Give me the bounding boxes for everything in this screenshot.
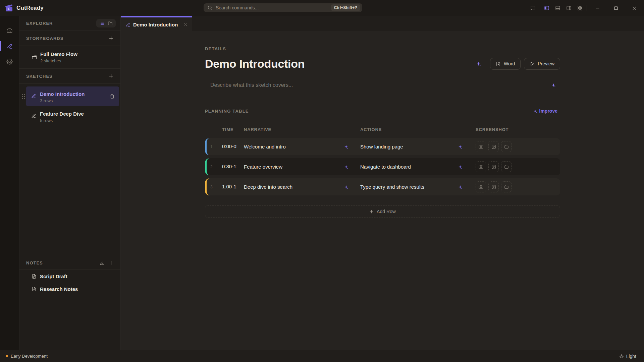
ai-sparkle-icon[interactable] bbox=[458, 145, 462, 149]
nav-home-button[interactable] bbox=[0, 24, 19, 37]
tab-label: Demo Introduction bbox=[133, 22, 183, 27]
actions-cell[interactable]: Show landing page bbox=[360, 144, 472, 149]
add-note-icon[interactable] bbox=[109, 260, 114, 265]
table-row[interactable]: 1 0:00-0:30 Welcome and intro Show landi… bbox=[205, 138, 560, 155]
add-sketch-icon[interactable] bbox=[109, 74, 114, 79]
camera-icon bbox=[479, 144, 483, 149]
export-word-button[interactable]: Word bbox=[490, 58, 521, 70]
command-search-input[interactable]: Search commands... Ctrl+Shift+P bbox=[204, 3, 362, 12]
word-button-label: Word bbox=[504, 61, 515, 66]
note-item-script-draft[interactable]: Script Draft bbox=[19, 270, 120, 283]
search-icon bbox=[207, 5, 213, 10]
tab-bar: Demo Introduction bbox=[121, 16, 644, 31]
import-note-icon[interactable] bbox=[100, 260, 105, 265]
time-cell[interactable]: 1:00-1:30 bbox=[222, 184, 244, 190]
narrative-cell[interactable]: Deep dive into search bbox=[244, 184, 360, 190]
main-area: Demo Introduction DETAILS Demo Introduct… bbox=[121, 16, 644, 350]
sketches-label: SKETCHES bbox=[26, 74, 109, 79]
preview-button-label: Preview bbox=[538, 61, 554, 66]
browse-files-button[interactable] bbox=[501, 141, 512, 152]
add-storyboard-icon[interactable] bbox=[109, 36, 114, 41]
drag-handle[interactable] bbox=[22, 94, 25, 99]
ai-sparkle-icon[interactable] bbox=[458, 185, 462, 189]
column-header-narrative: NARRATIVE bbox=[244, 127, 360, 132]
ai-sparkle-icon[interactable] bbox=[458, 165, 462, 169]
sketch-item-demo-introduction[interactable]: Demo Introduction 3 rows bbox=[26, 86, 119, 106]
status-dot bbox=[6, 355, 8, 357]
actions-cell[interactable]: Type query and show results bbox=[360, 184, 472, 190]
column-header-time: TIME bbox=[222, 127, 244, 132]
capture-screenshot-button[interactable] bbox=[476, 181, 486, 192]
sketch-title: Feature Deep Dive bbox=[40, 111, 84, 117]
ai-sparkle-icon[interactable] bbox=[344, 145, 348, 149]
ai-sparkle-icon[interactable] bbox=[551, 83, 555, 87]
maximize-button[interactable] bbox=[613, 6, 619, 11]
screenshot-cell bbox=[472, 181, 560, 192]
narrative-cell[interactable]: Welcome and intro bbox=[244, 144, 360, 149]
preview-button[interactable]: Preview bbox=[524, 58, 560, 70]
explorer-header: EXPLORER bbox=[19, 16, 120, 31]
panel-bottom-icon[interactable] bbox=[555, 5, 560, 11]
table-header-row: TIME NARRATIVE ACTIONS SCREENSHOT bbox=[205, 127, 560, 132]
tab-demo-introduction[interactable]: Demo Introduction bbox=[121, 16, 192, 32]
storyboard-title: Full Demo Flow bbox=[40, 51, 77, 57]
add-row-label: Add Row bbox=[377, 209, 396, 214]
app-title: CutReady bbox=[16, 5, 44, 11]
table-row[interactable]: 2 0:30-1:00 Feature overview Navigate to… bbox=[205, 158, 560, 175]
list-view-icon[interactable] bbox=[99, 21, 104, 26]
app-logo-icon bbox=[5, 4, 13, 12]
notes-label: NOTES bbox=[26, 260, 100, 265]
image-icon bbox=[491, 185, 496, 189]
add-row-button[interactable]: Add Row bbox=[205, 205, 560, 218]
description-field[interactable]: Describe what this sketch covers... bbox=[205, 82, 560, 88]
row-number: 3 bbox=[207, 185, 222, 189]
explorer-sidebar: EXPLORER STORYBOARDS Full Demo Flow 2 sk… bbox=[19, 16, 121, 350]
theme-toggle[interactable]: Light bbox=[619, 354, 636, 359]
browse-files-button[interactable] bbox=[501, 161, 512, 172]
pick-image-button[interactable] bbox=[488, 161, 499, 172]
column-header-actions: ACTIONS bbox=[360, 127, 472, 132]
time-cell[interactable]: 0:30-1:00 bbox=[222, 164, 244, 170]
ai-sparkle-icon[interactable] bbox=[476, 62, 481, 66]
pen-icon bbox=[6, 43, 13, 49]
time-cell[interactable]: 0:00-0:30 bbox=[222, 143, 244, 150]
titlebar-separator bbox=[587, 5, 587, 11]
title-bar: CutReady Search commands... Ctrl+Shift+P bbox=[0, 0, 644, 16]
narrative-cell[interactable]: Feature overview bbox=[244, 164, 360, 170]
ai-sparkle-icon[interactable] bbox=[344, 165, 348, 169]
capture-screenshot-button[interactable] bbox=[476, 141, 486, 152]
actions-cell[interactable]: Navigate to dashboard bbox=[360, 164, 472, 170]
feedback-icon[interactable] bbox=[530, 5, 536, 11]
ai-sparkle-icon[interactable] bbox=[344, 185, 348, 189]
document-icon bbox=[32, 274, 37, 279]
row-number: 1 bbox=[207, 144, 222, 149]
minimize-button[interactable] bbox=[595, 6, 600, 11]
note-item-research-notes[interactable]: Research Notes bbox=[19, 283, 120, 295]
delete-sketch-icon[interactable] bbox=[110, 94, 115, 99]
table-row[interactable]: 3 1:00-1:30 Deep dive into search Type q… bbox=[205, 178, 560, 195]
nav-sketch-button[interactable] bbox=[0, 40, 19, 52]
nav-settings-button[interactable] bbox=[0, 55, 19, 68]
narrative-text: Deep dive into search bbox=[244, 184, 344, 190]
storyboard-item[interactable]: Full Demo Flow 2 sketches bbox=[19, 46, 120, 69]
sketch-subtitle: 3 rows bbox=[40, 98, 85, 104]
folder-view-icon[interactable] bbox=[108, 21, 113, 26]
capture-screenshot-button[interactable] bbox=[476, 161, 486, 172]
close-button[interactable] bbox=[632, 6, 637, 11]
pick-image-button[interactable] bbox=[488, 181, 499, 192]
layout-grid-icon[interactable] bbox=[577, 5, 583, 11]
pick-image-button[interactable] bbox=[488, 141, 499, 152]
browse-files-button[interactable] bbox=[501, 181, 512, 192]
improve-button[interactable]: Improve bbox=[533, 108, 557, 114]
panel-left-icon[interactable] bbox=[544, 5, 549, 11]
explorer-label: EXPLORER bbox=[26, 21, 96, 26]
panel-right-icon[interactable] bbox=[566, 5, 572, 11]
tab-close-icon[interactable] bbox=[183, 22, 188, 27]
activity-rail bbox=[0, 16, 19, 350]
document-icon bbox=[32, 287, 37, 292]
camera-icon bbox=[479, 185, 483, 189]
plus-icon bbox=[369, 209, 374, 214]
folder-icon bbox=[504, 165, 509, 169]
sketch-item-feature-deep-dive[interactable]: Feature Deep Dive 5 rows bbox=[26, 106, 119, 126]
home-icon bbox=[6, 27, 13, 34]
